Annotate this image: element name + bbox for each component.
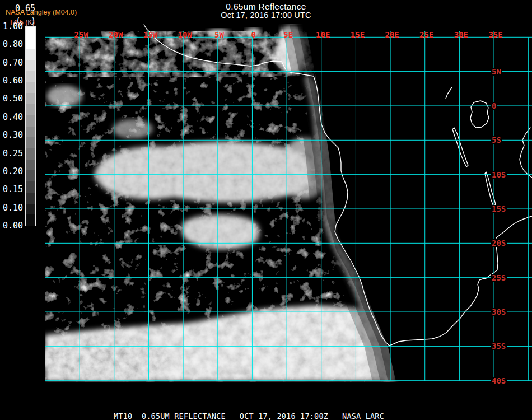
- colorbar-tick-label: 0.60: [0, 76, 23, 85]
- latitude-label: 20S: [491, 239, 507, 247]
- latitude-label: 15S: [491, 205, 507, 213]
- longitude-label: 30E: [454, 31, 468, 39]
- timestamp: Oct 17, 2016 17:00 UTC: [0, 11, 532, 20]
- latitude-label: 35S: [491, 342, 507, 350]
- colorbar-tick-label: 0.20: [0, 167, 23, 176]
- satellite-plot-window: 0.65um Reflectance Oct 17, 2016 17:00 UT…: [0, 0, 532, 420]
- longitude-label: 25E: [419, 31, 433, 39]
- latitude-label: 5N: [491, 68, 502, 76]
- satellite-image: [0, 0, 532, 420]
- footer-caption: MT10 0.65UM REFLECTANCE OCT 17, 2016 17:…: [114, 412, 384, 420]
- reflectance-colorbar: [25, 26, 36, 226]
- longitude-label: 5E: [283, 31, 293, 39]
- longitude-label: 15E: [351, 31, 365, 39]
- longitude-label: 20W: [109, 31, 123, 39]
- colorbar-tick-label: 0.80: [0, 40, 23, 49]
- latitude-label: 10S: [491, 171, 507, 179]
- longitude-label: 10W: [178, 31, 192, 39]
- longitude-label: 20E: [385, 31, 399, 39]
- longitude-label: 5W: [214, 31, 224, 39]
- latitude-label: 25S: [491, 274, 507, 282]
- latitude-label: 40S: [491, 377, 507, 385]
- colorbar-tick-label: 0.40: [0, 113, 23, 122]
- longitude-label: 10E: [316, 31, 330, 39]
- colorbar-tick-label: 0.30: [0, 130, 23, 139]
- longitude-label: 15W: [143, 31, 157, 39]
- colorbar-tick-label: 0.15: [0, 185, 23, 194]
- colorbar-tick-label: 0.00: [0, 221, 23, 230]
- colorbar-tick-label: 0.10: [0, 203, 23, 212]
- longitude-label: 0: [251, 31, 256, 39]
- colorbar-tick-label: 0.70: [0, 58, 23, 67]
- latitude-label: 5S: [491, 136, 502, 144]
- source-credit: NASA Langley (M04.0): [6, 8, 77, 16]
- colorbar-tick-label: 1.00: [0, 22, 23, 31]
- longitude-label: 25W: [74, 31, 88, 39]
- latitude-label: 0: [491, 102, 497, 110]
- latitude-label: 30S: [491, 308, 507, 316]
- colorbar-tick-label: 0.25: [0, 149, 23, 158]
- longitude-label: 35E: [488, 31, 502, 39]
- colorbar-tick-label: 0.50: [0, 94, 23, 103]
